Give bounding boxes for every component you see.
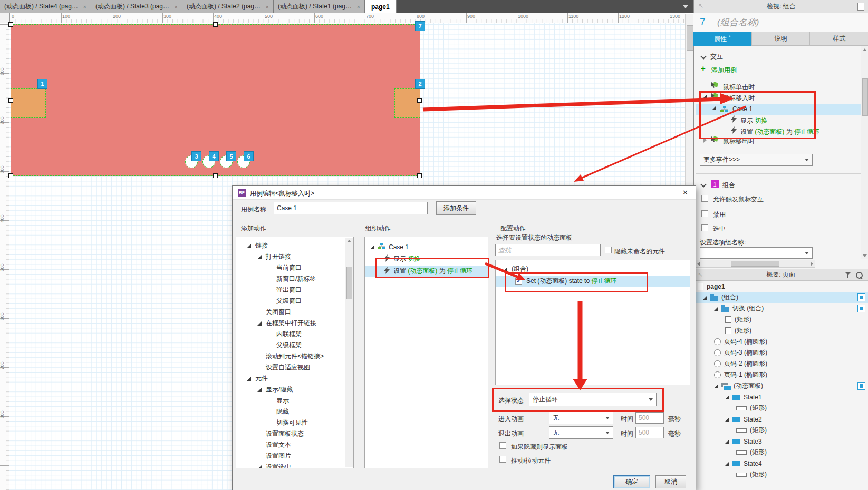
resize-handle-w[interactable] xyxy=(8,98,13,103)
scroll-left-icon[interactable] xyxy=(697,262,700,266)
outline-row[interactable]: State3 xyxy=(693,436,868,447)
filter-funnel-icon[interactable] xyxy=(845,272,851,279)
action-item[interactable]: 当前窗口 xyxy=(236,262,353,273)
page-tab[interactable]: (动态面板) / State4 (page1)× xyxy=(0,0,91,13)
outline-row[interactable]: 切换 (组合) xyxy=(693,303,868,314)
outline-row[interactable]: (矩形) xyxy=(693,447,868,458)
option-group-dropdown[interactable] xyxy=(700,247,813,259)
resize-handle-n[interactable] xyxy=(213,22,218,27)
page-tab[interactable]: page1 xyxy=(365,0,397,13)
outline-row[interactable]: (矩形) xyxy=(693,469,868,480)
scroll-up-icon[interactable] xyxy=(347,240,351,242)
set-state-row[interactable]: ✔ Set (动态面板) state to 停止循环 xyxy=(496,276,690,287)
action-item[interactable]: 设置选中 xyxy=(236,462,353,468)
page-tab[interactable]: (动态面板) / State1 (page1)× xyxy=(274,0,365,13)
resize-handle-s[interactable] xyxy=(213,173,218,178)
caret-expanded-icon[interactable] xyxy=(257,388,262,392)
caret-expanded-icon[interactable] xyxy=(257,255,262,259)
action-item[interactable]: 滚动到元件<锚链接> xyxy=(236,351,353,362)
scroll-down-icon[interactable] xyxy=(863,254,867,257)
checkbox-show-if-hidden[interactable] xyxy=(499,442,506,449)
page-tab[interactable]: (动态面板) / State2 (page1)× xyxy=(182,0,274,13)
outline-row[interactable]: (动态面板) xyxy=(693,380,868,391)
exit-time-input[interactable] xyxy=(635,427,664,438)
add-case-link[interactable]: 添加用例 xyxy=(711,66,737,75)
page-tab[interactable]: (动态面板) / State3 (page1)× xyxy=(91,0,182,13)
child-rect-left[interactable] xyxy=(11,88,46,118)
back-arrow-icon[interactable] xyxy=(698,271,703,278)
enter-anim-dropdown[interactable]: 无 xyxy=(549,411,613,424)
checkbox-disabled[interactable] xyxy=(701,210,708,217)
caret-expanded-icon[interactable] xyxy=(702,95,707,99)
resize-handle-se[interactable] xyxy=(417,173,422,178)
caret-expanded-icon[interactable] xyxy=(714,384,718,388)
outline-row[interactable]: (矩形) xyxy=(693,314,868,325)
tab-close-icon[interactable]: × xyxy=(83,4,86,10)
action-list-scrollbar[interactable] xyxy=(345,238,353,467)
tab-notes[interactable]: 说明 xyxy=(752,32,811,46)
more-events-dropdown[interactable]: 更多事件>>> xyxy=(700,154,813,166)
checkbox-selected[interactable] xyxy=(701,224,708,231)
outline-row[interactable]: 页码-4 (椭圆形) xyxy=(693,336,868,347)
outline-row[interactable]: page1 xyxy=(693,281,868,292)
event-onclick[interactable]: 鼠标单击时 xyxy=(723,83,755,92)
action-item[interactable]: 关闭窗口 xyxy=(236,307,353,318)
outline-row[interactable]: (组合) xyxy=(693,292,868,303)
caret-expanded-icon[interactable] xyxy=(725,417,729,422)
cancel-button[interactable]: 取消 xyxy=(655,475,686,488)
tab-close-icon[interactable]: × xyxy=(357,4,360,10)
outline-row[interactable]: 页码-2 (椭圆形) xyxy=(693,358,868,369)
caret-expanded-icon[interactable] xyxy=(247,244,251,248)
outline-row[interactable]: (矩形) xyxy=(693,425,868,436)
caret-expanded-icon[interactable] xyxy=(725,439,729,444)
properties-vertical-scrollbar[interactable] xyxy=(861,46,868,259)
action-item[interactable]: 在框架中打开链接 xyxy=(236,318,353,329)
resize-handle-nw[interactable] xyxy=(8,22,13,27)
enter-time-input[interactable] xyxy=(635,412,664,424)
outline-row[interactable]: 页码-1 (椭圆形) xyxy=(693,369,868,380)
select-state-dropdown[interactable]: 停止循环 xyxy=(529,393,657,406)
tab-close-icon[interactable]: × xyxy=(175,4,178,10)
search-icon[interactable] xyxy=(856,272,863,280)
outline-row[interactable]: (矩形) xyxy=(693,325,868,336)
case1-item[interactable]: Case 1 xyxy=(732,105,753,113)
tab-properties[interactable]: 属性* xyxy=(693,32,752,46)
ok-button[interactable]: 确定 xyxy=(613,475,650,488)
panel-search-input[interactable] xyxy=(495,244,601,256)
caret-expanded-icon[interactable] xyxy=(725,462,729,466)
action-item[interactable]: 显示/隐藏 xyxy=(236,384,353,395)
dialog-titlebar[interactable]: RP 用例编辑<鼠标移入时> ✕ xyxy=(233,186,696,200)
action-item[interactable]: 设置文本 xyxy=(236,439,353,450)
scroll-right-icon[interactable] xyxy=(811,262,813,266)
outline-row[interactable]: State2 xyxy=(693,414,868,425)
action-item[interactable]: 设置图片 xyxy=(236,450,353,462)
action-item[interactable]: 设置面板状态 xyxy=(236,428,353,439)
close-icon[interactable]: ✕ xyxy=(682,189,688,197)
scroll-thumb[interactable] xyxy=(346,267,352,299)
canvas-scroll-thumb[interactable] xyxy=(687,25,693,51)
resize-handle-sw[interactable] xyxy=(8,173,13,178)
resize-handle-e[interactable] xyxy=(417,98,422,103)
checkbox-hide-unnamed[interactable] xyxy=(605,247,612,253)
back-arrow-icon[interactable] xyxy=(698,2,703,9)
tab-style[interactable]: 样式 xyxy=(810,32,868,46)
outline-row[interactable]: (矩形) xyxy=(693,403,868,414)
action-item[interactable]: 链接 xyxy=(236,240,353,251)
outline-row[interactable]: State1 xyxy=(693,391,868,403)
action-item[interactable]: 内联框架 xyxy=(236,329,353,340)
child-rect-right[interactable] xyxy=(394,88,420,118)
action-item[interactable]: 新窗口/新标签 xyxy=(236,273,353,285)
event-onmouseleave[interactable]: 鼠标移出时 xyxy=(723,137,755,146)
action-item[interactable]: 打开链接 xyxy=(236,251,353,262)
widget-name-placeholder[interactable]: (组合名称) xyxy=(717,16,759,28)
properties-horizontal-scrollbar[interactable] xyxy=(695,260,815,268)
scroll-thumb[interactable] xyxy=(862,78,868,116)
action-item[interactable]: 元件 xyxy=(236,373,353,384)
set-action-item[interactable]: 设置 (动态面板) 为 停止循环 xyxy=(365,266,488,277)
show-action-item[interactable]: 显示 切换 xyxy=(365,253,488,264)
outline-row[interactable]: State4 xyxy=(693,458,868,469)
tab-close-icon[interactable]: × xyxy=(266,4,269,10)
action-item[interactable]: 父级框架 xyxy=(236,340,353,351)
caret-collapsed-icon[interactable] xyxy=(703,138,707,143)
caret-expanded-icon[interactable] xyxy=(257,321,262,326)
